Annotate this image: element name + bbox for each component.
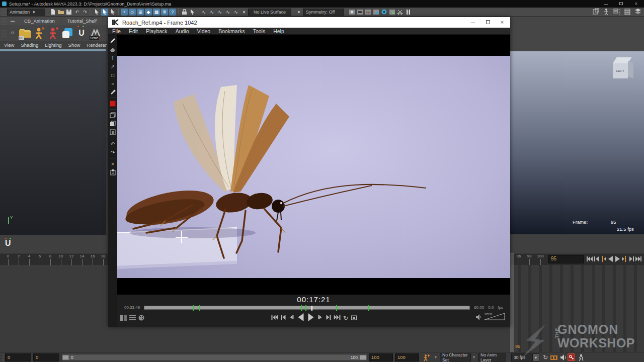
input-curve-icon-3[interactable]: ∿ bbox=[216, 9, 223, 16]
grip-handle[interactable] bbox=[2, 18, 6, 25]
render-icon-6[interactable] bbox=[388, 9, 395, 16]
shelf-item-blue-squares[interactable] bbox=[60, 27, 74, 40]
render-icon-1[interactable] bbox=[348, 9, 355, 16]
clip-editor-icon[interactable] bbox=[550, 353, 558, 361]
player-titlebar[interactable]: Roach_Ref.mp4 - Frame 1042 × bbox=[108, 17, 510, 28]
shelf-tab-tutorial-shelf[interactable]: Tutorial_Shelf bbox=[61, 17, 103, 25]
playback-loop-icon[interactable]: ↻ bbox=[541, 353, 549, 361]
symmetry-field[interactable]: Symmetry: Off bbox=[303, 9, 344, 16]
time-slider-left[interactable]: 0 2 4 6 8 10 12 14 16 18 bbox=[0, 253, 108, 265]
shelf-item-u-tool[interactable]: U bbox=[74, 27, 89, 40]
snap-grid-icon[interactable]: + bbox=[121, 9, 128, 16]
panel-menu-lighting[interactable]: Lighting bbox=[45, 42, 61, 48]
input-curve-icon-4[interactable]: ∿ bbox=[224, 9, 231, 16]
redo-icon[interactable]: ↷ bbox=[109, 149, 116, 156]
new-scene-icon[interactable] bbox=[49, 9, 56, 16]
shelf-item-scale-tool[interactable]: Scale bbox=[89, 27, 103, 40]
render-icon-5[interactable] bbox=[380, 9, 387, 16]
render-icon-4[interactable] bbox=[372, 9, 379, 16]
loop-mode-icon[interactable]: ↻ bbox=[343, 315, 348, 322]
shelf-collapse-icon[interactable]: ▬ bbox=[11, 19, 15, 23]
shelf-gear-icon[interactable]: ⚙ bbox=[11, 31, 14, 35]
bookmark-marker[interactable] bbox=[199, 305, 200, 311]
clear-annotations-icon[interactable]: × bbox=[109, 160, 116, 167]
time-slider-right[interactable]: 96 98 100 95 bbox=[510, 253, 644, 265]
arrow-tool-icon[interactable]: ↗ bbox=[109, 63, 116, 70]
mute-audio-icon[interactable] bbox=[559, 353, 568, 361]
rectangle-tool-icon[interactable]: □ bbox=[109, 71, 116, 78]
fps-dropdown[interactable]: 30 fps bbox=[511, 353, 532, 361]
animation-preferences-icon[interactable] bbox=[577, 353, 585, 361]
undo-icon[interactable]: ↶ bbox=[109, 140, 116, 147]
character-set-dropdown[interactable]: No Character Set bbox=[440, 353, 471, 361]
view-cube[interactable]: LEFT bbox=[612, 56, 636, 81]
character-set-icon[interactable] bbox=[423, 353, 431, 361]
panel-menu-show[interactable]: Show bbox=[68, 42, 80, 48]
go-to-end-button[interactable] bbox=[334, 314, 341, 323]
eyedropper-tool-icon[interactable] bbox=[109, 88, 116, 96]
input-curve-icon-2[interactable]: ∿ bbox=[208, 9, 215, 16]
u-tool-icon[interactable]: U bbox=[5, 239, 11, 248]
render-icon-2[interactable] bbox=[356, 9, 363, 16]
live-surface-field[interactable]: No Live Surface bbox=[248, 9, 291, 16]
go-to-start-button[interactable] bbox=[586, 255, 593, 262]
menuset-dropdown[interactable]: Animation ▾ bbox=[7, 9, 45, 16]
playback-start-field[interactable]: 0 bbox=[33, 353, 59, 361]
panel-menu-shading[interactable]: Shading bbox=[21, 42, 38, 48]
chevron-down-icon[interactable]: ▾ bbox=[435, 355, 437, 359]
maya-minimize-button[interactable] bbox=[603, 1, 609, 7]
pause-icon[interactable] bbox=[405, 9, 412, 16]
highlight-selection-icon[interactable] bbox=[189, 9, 196, 16]
input-curve-icon-5[interactable]: ∿ bbox=[232, 9, 239, 16]
eraser-tool-icon[interactable] bbox=[109, 46, 116, 53]
snap-plane-icon[interactable]: ◆ bbox=[145, 9, 152, 16]
pencil-tool-icon[interactable] bbox=[109, 37, 116, 44]
ellipse-tool-icon[interactable]: ○ bbox=[109, 80, 116, 87]
snapshot-tool-icon[interactable]: S bbox=[109, 129, 116, 136]
current-frame-field[interactable]: 95 bbox=[548, 255, 584, 263]
play-backwards-button[interactable] bbox=[607, 255, 614, 262]
split-view-icon[interactable] bbox=[120, 314, 127, 323]
chevron-down-icon[interactable]: ▾ bbox=[295, 9, 302, 16]
animation-start-field[interactable]: 0 bbox=[5, 353, 31, 361]
go-to-end-button[interactable] bbox=[635, 255, 642, 262]
select-object-icon[interactable] bbox=[109, 9, 116, 16]
play-backwards-button[interactable] bbox=[296, 313, 304, 324]
player-menu-video[interactable]: Video bbox=[193, 28, 214, 34]
shelf-item-character-red[interactable] bbox=[46, 27, 60, 40]
fps-dropdown-caret[interactable]: ▾ bbox=[532, 353, 539, 361]
cut-icon[interactable] bbox=[396, 9, 404, 16]
viewport-right-pane[interactable]: LEFT Frame: 95 21.5 fps bbox=[510, 51, 644, 234]
previous-bookmark-button[interactable] bbox=[280, 314, 286, 323]
next-bookmark-button[interactable] bbox=[326, 314, 331, 323]
playback-end-field[interactable]: 100 bbox=[369, 353, 393, 361]
player-timeline-scrubber[interactable] bbox=[144, 306, 470, 310]
player-maximize-button[interactable] bbox=[484, 19, 492, 26]
player-menu-bookmarks[interactable]: Bookmarks bbox=[214, 28, 249, 34]
hold-frame-icon[interactable] bbox=[351, 314, 357, 323]
maya-close-button[interactable]: × bbox=[633, 1, 639, 7]
grip-handle[interactable] bbox=[2, 30, 6, 37]
auto-keyframe-toggle[interactable] bbox=[568, 353, 575, 361]
make-live-icon[interactable]: ※ bbox=[161, 9, 168, 16]
player-menu-help[interactable]: Help bbox=[269, 28, 288, 34]
animation-end-field[interactable]: 100 bbox=[395, 353, 419, 361]
snap-point-icon[interactable]: ⊞ bbox=[137, 9, 144, 16]
player-menu-tools[interactable]: Tools bbox=[249, 28, 270, 34]
volume-slider[interactable]: 16% bbox=[484, 313, 505, 322]
step-forward-key-button[interactable] bbox=[621, 255, 628, 262]
snap-help-icon[interactable]: ? bbox=[169, 9, 176, 16]
range-handle-min[interactable] bbox=[62, 355, 69, 360]
bookmark-marker[interactable] bbox=[301, 305, 302, 311]
snap-curve-icon[interactable]: ◇ bbox=[129, 9, 136, 16]
player-minimize-button[interactable] bbox=[469, 19, 477, 26]
shelf-tab-cb-animation[interactable]: CB_Animation bbox=[18, 17, 61, 25]
panel-menu-renderer[interactable]: Renderer bbox=[87, 42, 107, 48]
chevron-down-icon[interactable]: ▾ bbox=[240, 9, 248, 16]
playlist-icon[interactable] bbox=[129, 314, 136, 323]
annotation-list-icon[interactable] bbox=[109, 169, 116, 176]
color-swatch[interactable] bbox=[109, 100, 116, 107]
palette-icon[interactable] bbox=[138, 314, 145, 323]
select-tool-icon[interactable] bbox=[93, 9, 100, 16]
step-back-button[interactable] bbox=[288, 314, 294, 323]
